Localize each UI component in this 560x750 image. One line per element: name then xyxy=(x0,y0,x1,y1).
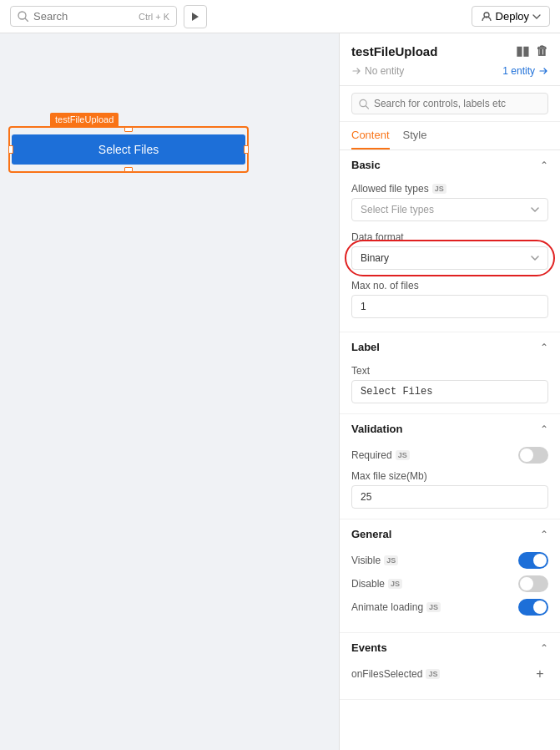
on-files-selected-row: onFilesSelected JS + xyxy=(351,666,548,682)
section-events: Events ⌃ onFilesSelected JS + xyxy=(340,633,560,700)
required-label: Required JS xyxy=(351,449,410,461)
visible-toggle[interactable] xyxy=(518,552,548,569)
section-general-title: General xyxy=(351,528,391,540)
disable-row: Disable JS xyxy=(351,575,548,592)
section-basic-header[interactable]: Basic ⌃ xyxy=(340,150,560,180)
search-controls xyxy=(340,86,560,122)
js-badge-required: JS xyxy=(396,450,410,460)
section-basic-body: Allowed file types JS Select File types … xyxy=(340,180,560,332)
delete-icon[interactable]: 🗑 xyxy=(536,43,548,58)
section-validation-chevron: ⌃ xyxy=(540,423,548,435)
panel-title-text: testFileUpload xyxy=(351,44,437,58)
js-badge-animate: JS xyxy=(426,602,441,612)
section-events-chevron: ⌃ xyxy=(540,642,548,654)
tab-style[interactable]: Style xyxy=(403,122,427,149)
label-text-input[interactable] xyxy=(351,380,548,403)
required-toggle[interactable] xyxy=(518,447,548,464)
panel-title-row: testFileUpload ▮▮ 🗑 xyxy=(351,43,548,58)
search-box[interactable]: Ctrl + K xyxy=(10,6,177,27)
panel-title-icons: ▮▮ 🗑 xyxy=(516,43,548,58)
section-events-title: Events xyxy=(351,641,387,654)
label-text-label: Text xyxy=(351,365,548,377)
section-general-header[interactable]: General ⌃ xyxy=(340,519,560,549)
widget-box[interactable]: Select Files xyxy=(8,126,249,173)
handle-top[interactable] xyxy=(124,127,133,132)
animate-loading-label: Animate loading JS xyxy=(351,601,441,613)
data-format-field: Binary xyxy=(351,246,548,270)
play-button[interactable] xyxy=(184,5,207,28)
svg-line-1 xyxy=(25,18,28,22)
allowed-file-types-label: Allowed file types JS xyxy=(351,183,548,195)
max-files-input[interactable] xyxy=(351,295,548,318)
widget-tag: testFileUpload xyxy=(50,113,119,126)
max-file-size-group: Max file size(Mb) xyxy=(351,470,548,509)
widget-container: testFileUpload Select Files xyxy=(8,113,249,173)
no-entity-link[interactable]: No entity xyxy=(351,65,404,77)
max-file-size-label: Max file size(Mb) xyxy=(351,470,548,482)
arrow-right-icon2 xyxy=(538,66,548,76)
js-badge-disable: JS xyxy=(388,579,402,589)
section-validation-header[interactable]: Validation ⌃ xyxy=(340,414,560,443)
section-general-body: Visible JS Disable JS xyxy=(340,549,560,632)
section-basic-chevron: ⌃ xyxy=(540,160,548,171)
copy-icon[interactable]: ▮▮ xyxy=(516,43,529,58)
section-general-chevron: ⌃ xyxy=(540,529,548,540)
js-badge-events: JS xyxy=(426,669,440,679)
handle-left[interactable] xyxy=(8,145,13,154)
section-general: General ⌃ Visible JS Disable JS xyxy=(340,519,560,633)
controls-search-icon xyxy=(359,99,369,109)
data-format-label: Data format xyxy=(351,231,548,243)
section-events-header[interactable]: Events ⌃ xyxy=(340,633,560,662)
disable-toggle[interactable] xyxy=(518,575,548,592)
allowed-file-types-select[interactable]: Select File types xyxy=(351,198,548,221)
js-badge-allowed: JS xyxy=(432,184,446,194)
visible-label: Visible JS xyxy=(351,555,398,566)
section-basic-title: Basic xyxy=(351,159,381,171)
controls-search-box[interactable] xyxy=(351,93,548,114)
arrow-right-icon xyxy=(351,66,361,76)
deploy-chevron-icon xyxy=(532,14,541,19)
max-file-size-input[interactable] xyxy=(351,485,548,509)
handle-bottom[interactable] xyxy=(124,167,133,172)
entity-count[interactable]: 1 entity xyxy=(502,65,548,77)
svg-marker-2 xyxy=(192,13,199,21)
max-files-label: Max no. of files xyxy=(351,280,548,291)
tabs-row: Content Style xyxy=(340,122,560,150)
section-events-body: onFilesSelected JS + xyxy=(340,662,560,699)
section-basic: Basic ⌃ Allowed file types JS Select Fil… xyxy=(340,150,560,332)
section-label-header[interactable]: Label ⌃ xyxy=(340,332,560,362)
required-row: Required JS xyxy=(351,447,548,464)
add-event-button[interactable]: + xyxy=(532,666,548,682)
right-panel: testFileUpload ▮▮ 🗑 No entity 1 entity xyxy=(339,33,560,750)
section-validation: Validation ⌃ Required JS Max file size(M… xyxy=(340,414,560,519)
panel-header: testFileUpload ▮▮ 🗑 No entity 1 entity xyxy=(340,33,560,86)
search-icon xyxy=(18,11,28,22)
widget-button[interactable]: Select Files xyxy=(12,134,245,165)
data-format-select[interactable]: Binary xyxy=(351,246,548,270)
tab-content[interactable]: Content xyxy=(351,122,390,149)
section-label-chevron: ⌃ xyxy=(540,342,548,353)
section-label: Label ⌃ Text xyxy=(340,332,560,414)
svg-line-5 xyxy=(366,105,368,108)
section-label-title: Label xyxy=(351,341,380,353)
topbar: Ctrl + K Deploy xyxy=(0,0,560,33)
section-label-body: Text xyxy=(340,362,560,413)
animate-loading-toggle[interactable] xyxy=(518,599,548,616)
visible-row: Visible JS xyxy=(351,552,548,569)
search-input[interactable] xyxy=(33,10,117,23)
main-area: testFileUpload Select Files testFileUplo… xyxy=(0,33,560,750)
entity-row: No entity 1 entity xyxy=(351,65,548,77)
panel-content: Basic ⌃ Allowed file types JS Select Fil… xyxy=(340,150,560,750)
handle-right[interactable] xyxy=(244,145,249,154)
disable-label: Disable JS xyxy=(351,578,402,590)
controls-search-input[interactable] xyxy=(374,98,541,109)
section-validation-title: Validation xyxy=(351,423,402,435)
deploy-button[interactable]: Deploy xyxy=(472,6,550,27)
deploy-label: Deploy xyxy=(496,10,529,23)
deploy-icon xyxy=(481,11,492,23)
search-shortcut: Ctrl + K xyxy=(139,12,169,22)
section-validation-body: Required JS Max file size(Mb) xyxy=(340,443,560,519)
on-files-selected-label: onFilesSelected JS xyxy=(351,668,440,680)
js-badge-visible: JS xyxy=(384,555,398,565)
animate-loading-row: Animate loading JS xyxy=(351,599,548,616)
